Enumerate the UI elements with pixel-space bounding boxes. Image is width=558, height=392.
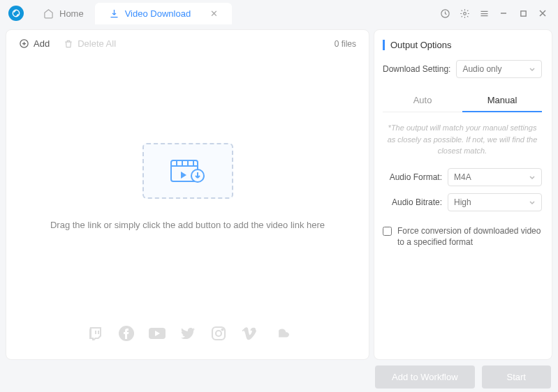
svg-point-9	[216, 331, 221, 336]
tab-video-download[interactable]: Video Download ✕	[95, 3, 232, 24]
chevron-down-icon	[529, 199, 536, 206]
vimeo-icon[interactable]	[240, 324, 258, 342]
tab-auto[interactable]: Auto	[383, 89, 462, 112]
svg-point-10	[221, 329, 223, 331]
audio-format-select[interactable]: M4A	[448, 168, 542, 186]
drop-area[interactable]: Drag the link or simply click the add bu…	[19, 49, 356, 324]
svg-rect-2	[520, 10, 525, 15]
main-panel: Add Delete All 0 files Drag the link or …	[6, 29, 369, 360]
tab-home[interactable]: Home	[32, 3, 95, 24]
toolbar: Add Delete All 0 files	[19, 38, 356, 49]
maximize-button[interactable]	[513, 3, 533, 23]
history-icon[interactable]	[435, 3, 455, 23]
start-button[interactable]: Start	[482, 365, 551, 389]
chevron-down-icon	[529, 66, 536, 73]
tab-download-label: Video Download	[125, 8, 191, 19]
audio-bitrate-label: Audio Bitrate:	[383, 197, 442, 207]
soundcloud-icon[interactable]	[271, 324, 289, 342]
settings-icon[interactable]	[455, 3, 474, 23]
close-button[interactable]	[533, 3, 552, 23]
output-options-panel: Output Options Download Setting: Audio o…	[374, 29, 552, 360]
facebook-icon[interactable]	[117, 324, 135, 342]
titlebar: Home Video Download ✕	[0, 0, 558, 27]
drop-box	[142, 143, 233, 199]
chevron-down-icon	[529, 174, 536, 181]
tab-close-button[interactable]: ✕	[210, 8, 218, 19]
force-conversion-checkbox[interactable]	[383, 227, 392, 236]
add-label: Add	[34, 38, 50, 49]
menu-icon[interactable]	[474, 3, 494, 23]
audio-bitrate-select[interactable]: High	[448, 193, 542, 211]
audio-bitrate-value: High	[454, 197, 471, 207]
delete-all-label: Delete All	[78, 38, 116, 49]
manual-note: *The output will match your manual setti…	[383, 122, 542, 168]
twitter-icon[interactable]	[179, 324, 197, 342]
plus-circle-icon	[19, 38, 29, 49]
output-options-title: Output Options	[383, 40, 542, 50]
help-text: Drag the link or simply click the add bu…	[50, 220, 325, 230]
mode-tabs: Auto Manual	[383, 89, 542, 112]
minimize-button[interactable]	[494, 3, 513, 23]
app-logo	[8, 6, 24, 21]
download-setting-select[interactable]: Audio only	[456, 60, 542, 78]
delete-all-button[interactable]: Delete All	[64, 38, 116, 49]
tab-manual[interactable]: Manual	[462, 89, 542, 112]
svg-point-1	[463, 12, 466, 15]
social-icons	[19, 324, 356, 351]
trash-icon	[64, 39, 73, 49]
tab-home-label: Home	[59, 8, 84, 19]
force-conversion-label: Force conversion of downloaded video to …	[397, 225, 542, 249]
instagram-icon[interactable]	[210, 324, 228, 342]
download-setting-label: Download Setting:	[383, 64, 450, 74]
audio-format-label: Audio Format:	[383, 172, 442, 182]
youtube-icon[interactable]	[148, 324, 166, 342]
audio-format-value: M4A	[454, 172, 471, 182]
add-to-workflow-button[interactable]: Add to Workflow	[375, 365, 474, 389]
download-setting-value: Audio only	[462, 64, 501, 74]
twitch-icon[interactable]	[87, 324, 105, 342]
home-icon	[43, 8, 54, 19]
footer: Add to Workflow Start	[0, 360, 558, 389]
download-icon	[109, 8, 119, 19]
add-button[interactable]: Add	[19, 38, 50, 49]
file-count: 0 files	[335, 39, 356, 49]
video-download-icon	[168, 156, 207, 186]
